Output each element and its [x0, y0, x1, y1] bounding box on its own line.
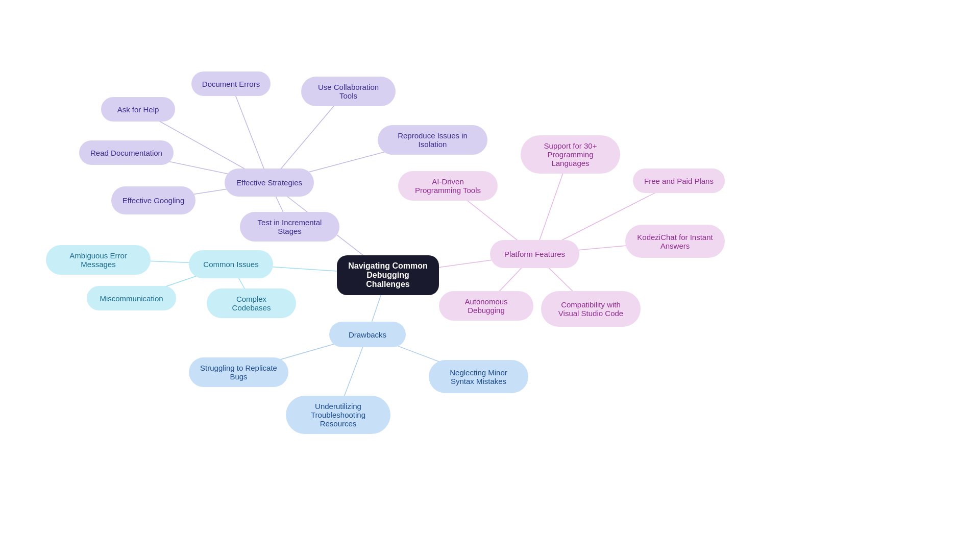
node-drawbacks: Drawbacks	[329, 322, 406, 347]
node-support-30: Support for 30+ Programming Languages	[521, 135, 620, 174]
node-complex-codebases: Complex Codebases	[207, 288, 296, 318]
node-autonomous: Autonomous Debugging	[439, 291, 533, 321]
node-ask-for-help: Ask for Help	[101, 97, 175, 122]
node-ambiguous: Ambiguous Error Messages	[46, 245, 151, 275]
node-miscommunication: Miscommunication	[87, 286, 176, 310]
node-use-collab: Use Collaboration Tools	[301, 77, 396, 106]
node-effective-strategies: Effective Strategies	[225, 169, 314, 197]
node-struggling: Struggling to Replicate Bugs	[189, 357, 288, 387]
node-kodezi-chat: KodeziChat for Instant Answers	[625, 225, 725, 258]
node-neglecting: Neglecting Minor Syntax Mistakes	[429, 360, 528, 393]
node-ai-driven: AI-Driven Programming Tools	[398, 171, 498, 201]
node-document-errors: Document Errors	[191, 71, 271, 96]
mindmap-canvas: Navigating Common Debugging ChallengesEf…	[0, 0, 980, 553]
node-platform-features: Platform Features	[490, 240, 579, 268]
node-free-paid: Free and Paid Plans	[633, 169, 725, 193]
node-effective-googling: Effective Googling	[111, 186, 195, 214]
svg-line-1	[231, 84, 270, 183]
node-reproduce-issues: Reproduce Issues in Isolation	[378, 125, 487, 155]
node-test-incremental: Test in Incremental Stages	[240, 212, 339, 242]
node-underutilizing: Underutilizing Troubleshooting Resources	[286, 396, 390, 434]
node-vscode: Compatibility with Visual Studio Code	[541, 291, 641, 327]
connection-lines	[0, 0, 980, 553]
node-read-docs: Read Documentation	[79, 140, 174, 165]
node-center: Navigating Common Debugging Challenges	[337, 255, 439, 295]
node-common-issues: Common Issues	[189, 250, 273, 278]
